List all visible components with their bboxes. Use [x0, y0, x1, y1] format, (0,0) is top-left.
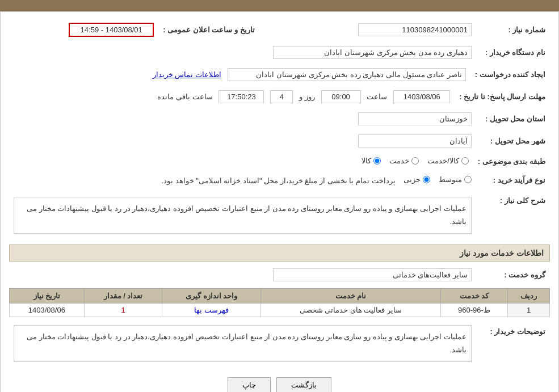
category-radio-kala-khedmat-input[interactable] [461, 157, 469, 165]
purchase-type-label: نوع فرآیند خرید : [476, 173, 550, 187]
service-group-row: گروه خدمت : سایر فعالیت‌های خدماتی [9, 266, 550, 284]
purchase-type-value: متوسط جزیی پرداخت تمام یا بخشی از مبلغ خ… [9, 173, 476, 187]
creator-label: ایجاد کننده درخواست : [470, 66, 550, 83]
back-button[interactable]: بازگشت [276, 377, 331, 392]
purchase-type-radio-jozyi: جزیی [404, 175, 430, 184]
service-group-field: سایر فعالیت‌های خدماتی [273, 268, 472, 281]
buyer-name-label: نام دستگاه خریدار : [476, 44, 550, 61]
buyer-name-field: دهیاری رده مدن بخش مرکزی شهرستان ابادان [273, 46, 472, 59]
cell-code: ط-96-960 [440, 303, 507, 317]
purchase-type-radio-motawaset: متوسط [439, 175, 472, 184]
province-row: استان محل تحویل : خوزستان [9, 110, 550, 128]
buttons-row: بازگشت چاپ [9, 369, 550, 392]
category-label: طبقه بندی موضوعی : [473, 154, 550, 168]
request-number-label: شماره نیاز : [476, 20, 550, 39]
deadline-days-label: روز و [299, 92, 315, 101]
col-header-row: ردیف [508, 288, 550, 303]
purchase-type-jozyi-input[interactable] [423, 176, 430, 183]
announcement-date-field: 1403/08/01 - 14:59 [69, 23, 154, 37]
buyer-desc-label: توضیحات خریدار : [476, 323, 550, 364]
request-number-row: شماره نیاز : 1103098241000001 تاریخ و سا… [9, 20, 550, 39]
buyer-desc-row: توضیحات خریدار : عملیات اجرایی بهسازی و … [9, 323, 550, 364]
province-label: استان محل تحویل : [476, 110, 550, 128]
category-kala-khedmat-label: کالا/خدمت [427, 157, 459, 165]
category-radio-khedmat: خدمت [389, 157, 419, 165]
province-value: خوزستان [9, 110, 476, 128]
category-radio-kala: کالا [362, 157, 381, 165]
announcement-date-value: 1403/08/01 - 14:59 [9, 20, 158, 39]
buyer-name-row: نام دستگاه خریدار : دهیاری رده مدن بخش م… [9, 44, 550, 61]
creator-value: ناصر عبادی مسئول مالی دهیاری رده بخش مرک… [9, 66, 470, 83]
request-number-field: 1103098241000001 [358, 23, 472, 36]
category-radio-kala-input[interactable] [373, 157, 381, 165]
services-table: ردیف کد خدمت نام خدمت واحد اندازه گیری ت… [9, 288, 550, 317]
col-header-qty: تعداد / مقدار [84, 288, 162, 303]
deadline-remaining-field: 17:50:23 [218, 90, 264, 103]
announcement-date-label: تاریخ و ساعت اعلان عمومی : [158, 20, 259, 39]
city-field: آبادان [358, 134, 472, 147]
purchase-type-row: نوع فرآیند خرید : متوسط جزیی پرداخت تمام… [9, 173, 550, 187]
purchase-type-jozyi-label: جزیی [404, 175, 421, 184]
service-group-value: سایر فعالیت‌های خدماتی [9, 266, 476, 284]
cell-qty: 1 [84, 303, 162, 317]
province-field: خوزستان [358, 112, 472, 125]
category-options: کالا/خدمت خدمت کالا [9, 154, 473, 168]
general-desc-value: عملیات اجرایی بهسازی و پیاده رو سازی معا… [9, 192, 476, 239]
category-kala-label: کالا [362, 157, 371, 165]
deadline-remaining-label: ساعت باقی مانده [157, 92, 212, 101]
deadline-days-field: 4 [270, 90, 293, 103]
main-content: شماره نیاز : 1103098241000001 تاریخ و سا… [0, 11, 559, 392]
city-row: شهر محل تحویل : آبادان [9, 132, 550, 150]
cell-name: سایر فعالیت های خدماتی شخصی [261, 303, 441, 317]
buyer-desc-value: عملیات اجرایی بهسازی و پیاده رو سازی معا… [9, 323, 476, 364]
services-section-label: اطلاعات خدمات مورد نیاز [460, 248, 544, 258]
col-header-date: تاریخ نیاز [10, 288, 85, 303]
general-desc-box: عملیات اجرایی بهسازی و پیاده رو سازی معا… [14, 197, 472, 234]
cell-row: 1 [508, 303, 550, 317]
deadline-time-field: 09:00 [321, 90, 361, 103]
purchase-type-motawaset-label: متوسط [439, 175, 462, 184]
category-radio-khedmat-input[interactable] [411, 157, 419, 165]
service-group-label: گروه خدمت : [476, 266, 550, 284]
deadline-date-field: 1403/08/06 [393, 90, 450, 103]
page-header [0, 0, 559, 11]
table-row: 1 ط-96-960 سایر فعالیت های خدماتی شخصی ف… [10, 303, 550, 317]
col-header-code: کد خدمت [440, 288, 507, 303]
city-value: آبادان [9, 132, 476, 150]
cell-unit: فهرست بها [162, 303, 261, 317]
general-desc-row: شرح کلی نیاز : عملیات اجرایی بهسازی و پی… [9, 192, 550, 239]
services-section-header: اطلاعات خدمات مورد نیاز [9, 245, 550, 262]
deadline-label: مهلت ارسال پاسخ: تا تاریخ : [455, 88, 550, 106]
request-number-value: 1103098241000001 [282, 20, 476, 39]
creator-row: ایجاد کننده درخواست : ناصر عبادی مسئول م… [9, 66, 550, 83]
unit-link[interactable]: فهرست بها [194, 306, 229, 314]
col-header-name: نام خدمت [261, 288, 441, 303]
category-row: طبقه بندی موضوعی : کالا/خدمت خدمت کالا [9, 154, 550, 168]
purchase-type-radio-group: متوسط جزیی [404, 175, 472, 184]
purchase-type-motawaset-input[interactable] [464, 176, 472, 183]
creator-field: ناصر عبادی مسئول مالی دهیاری رده بخش مرک… [228, 68, 466, 81]
cell-date: 1403/08/06 [10, 303, 85, 317]
main-container: شماره نیاز : 1103098241000001 تاریخ و سا… [0, 0, 559, 392]
col-header-unit: واحد اندازه گیری [162, 288, 261, 303]
category-radio-kala-khedmat: کالا/خدمت [427, 157, 469, 165]
category-khedmat-label: خدمت [389, 157, 409, 165]
buyer-name-value: دهیاری رده مدن بخش مرکزی شهرستان ابادان [9, 44, 476, 61]
city-label: شهر محل تحویل : [476, 132, 550, 150]
deadline-time-label: ساعت [367, 92, 387, 101]
category-radio-group: کالا/خدمت خدمت کالا [362, 157, 469, 165]
creator-link[interactable]: اطلاعات تماس خریدار [153, 70, 221, 79]
deadline-value: 1403/08/06 ساعت 09:00 روز و 4 17:50:23 س… [9, 88, 455, 106]
buyer-desc-box: عملیات اجرایی بهسازی و پیاده رو سازی معا… [14, 325, 472, 362]
deadline-row: مهلت ارسال پاسخ: تا تاریخ : 1403/08/06 س… [9, 88, 550, 106]
purchase-type-note: پرداخت تمام یا بخشی از مبلغ خرید،از محل … [161, 176, 395, 185]
general-desc-label: شرح کلی نیاز : [476, 192, 550, 239]
print-button[interactable]: چاپ [228, 377, 271, 392]
